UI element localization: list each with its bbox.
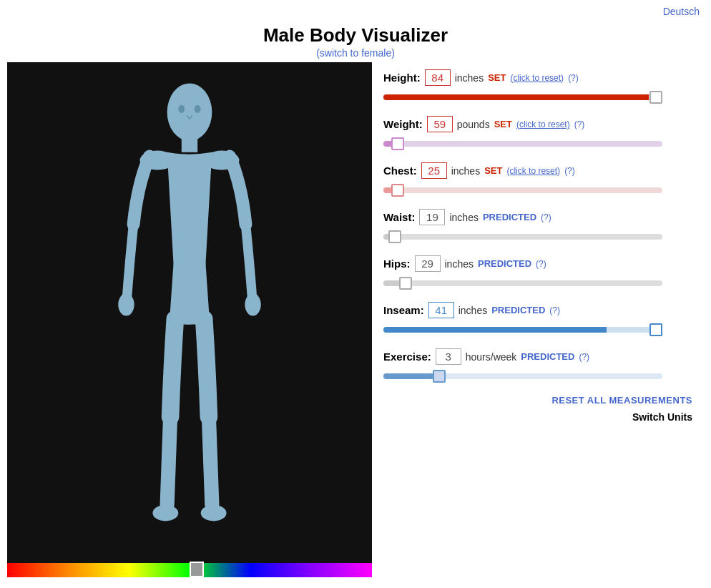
body-figure [7,62,372,563]
inseam-slider-fill [383,327,607,333]
exercise-label-row: Exercise: 3 hours/week PREDICTED (?) [383,348,692,365]
hips-slider-thumb[interactable] [399,277,412,290]
height-label-row: Height: 84 inches SET (click to reset) (… [383,69,692,86]
height-reset-link[interactable]: (click to reset) [510,73,564,83]
inseam-slider[interactable] [383,323,662,337]
hips-slider[interactable] [383,276,662,290]
inseam-label-row: Inseam: 41 inches PREDICTED (?) [383,302,692,318]
chest-slider-track [383,187,662,193]
chest-row: Chest: 25 inches SET (click to reset) (?… [383,162,692,197]
weight-status: SET [494,119,512,129]
height-help-link[interactable]: (?) [568,73,579,83]
inseam-label: Inseam: [383,304,424,316]
waist-unit: inches [449,212,478,223]
height-slider[interactable] [383,90,662,104]
hips-help-link[interactable]: (?) [536,259,546,269]
weight-slider[interactable] [383,137,662,151]
svg-point-6 [152,505,178,521]
chest-slider-thumb[interactable] [391,184,404,197]
language-link[interactable]: Deutsch [663,6,700,17]
body-visualizer-panel [7,62,372,577]
exercise-status: PREDICTED [521,351,574,362]
waist-label: Waist: [383,211,415,223]
chest-slider[interactable] [383,183,662,197]
svg-rect-1 [182,136,197,152]
page-title: Male Body Visualizer [0,24,711,46]
inseam-row: Inseam: 41 inches PREDICTED (?) [383,302,692,337]
exercise-help-link[interactable]: (?) [579,352,589,362]
exercise-unit: hours/week [466,351,517,363]
svg-point-9 [195,105,201,113]
weight-slider-thumb[interactable] [391,137,404,150]
svg-point-7 [201,505,227,521]
chest-reset-link[interactable]: (click to reset) [506,166,560,176]
waist-slider[interactable] [383,230,662,244]
waist-label-row: Waist: 19 inches PREDICTED (?) [383,209,692,225]
waist-slider-track [383,234,662,240]
inseam-slider-thumb[interactable] [649,323,662,336]
waist-help-link[interactable]: (?) [541,212,551,222]
inseam-value[interactable]: 41 [428,302,454,318]
waist-status: PREDICTED [483,212,536,222]
hips-slider-track [383,280,662,286]
waist-slider-thumb[interactable] [388,230,401,243]
exercise-label: Exercise: [383,351,431,363]
inseam-slider-track [383,327,662,333]
hips-label: Hips: [383,258,411,270]
weight-row: Weight: 59 pounds SET (click to reset) (… [383,116,692,151]
height-value[interactable]: 84 [425,69,451,86]
waist-value[interactable]: 19 [419,209,445,225]
color-bar-thumb[interactable] [190,562,204,577]
height-label: Height: [383,72,421,84]
chest-value[interactable]: 25 [421,162,447,179]
top-bar: Deutsch [0,0,711,17]
height-unit: inches [455,72,484,84]
height-status: SET [488,72,506,83]
inseam-help-link[interactable]: (?) [549,305,560,315]
hips-status: PREDICTED [478,258,531,269]
height-slider-track [383,94,662,100]
exercise-slider[interactable] [383,369,662,383]
reset-all-button[interactable]: RESET ALL MEASUREMENTS [383,395,692,406]
waist-row: Waist: 19 inches PREDICTED (?) [383,209,692,244]
switch-units-button[interactable]: Switch Units [383,411,692,423]
exercise-value[interactable]: 3 [436,348,461,365]
height-slider-thumb[interactable] [649,91,662,104]
controls-panel: Height: 84 inches SET (click to reset) (… [372,62,704,430]
main-content: Height: 84 inches SET (click to reset) (… [0,62,711,577]
inseam-status: PREDICTED [491,305,545,315]
svg-point-0 [167,83,212,141]
hips-value[interactable]: 29 [415,255,441,272]
weight-help-link[interactable]: (?) [574,119,585,129]
hips-row: Hips: 29 inches PREDICTED (?) [383,255,692,290]
weight-label-row: Weight: 59 pounds SET (click to reset) (… [383,116,692,132]
body-svg [82,80,297,545]
svg-point-4 [118,293,134,315]
exercise-slider-fill [383,373,439,379]
weight-reset-link[interactable]: (click to reset) [516,119,570,129]
weight-value[interactable]: 59 [427,116,453,132]
actions-container: RESET ALL MEASUREMENTS Switch Units [383,395,692,423]
hips-unit: inches [445,258,474,270]
hips-label-row: Hips: 29 inches PREDICTED (?) [383,255,692,272]
inseam-unit: inches [459,305,487,316]
exercise-row: Exercise: 3 hours/week PREDICTED (?) [383,348,692,383]
height-slider-fill [383,94,649,100]
chest-label-row: Chest: 25 inches SET (click to reset) (?… [383,162,692,179]
chest-unit: inches [451,165,480,177]
height-row: Height: 84 inches SET (click to reset) (… [383,69,692,104]
exercise-slider-track [383,373,662,379]
exercise-slider-thumb[interactable] [433,370,446,383]
svg-point-5 [245,293,260,315]
switch-gender-link[interactable]: (switch to female) [316,47,395,59]
weight-slider-track [383,141,662,147]
chest-status: SET [484,165,502,176]
svg-point-8 [178,105,185,113]
weight-label: Weight: [383,118,423,130]
chest-label: Chest: [383,165,417,177]
weight-unit: pounds [457,119,490,130]
color-bar[interactable] [7,563,372,577]
chest-help-link[interactable]: (?) [564,166,575,176]
header: Male Body Visualizer (switch to female) [0,17,711,62]
